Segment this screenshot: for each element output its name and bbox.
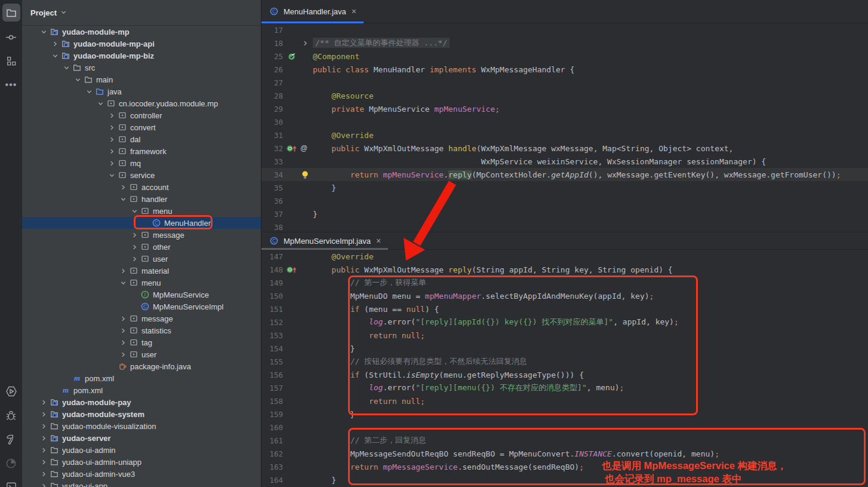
tree-item-yudao-server[interactable]: yudao-server xyxy=(22,432,261,444)
tree-item-yudao-module-visualization[interactable]: yudao-module-visualization xyxy=(22,420,261,432)
chevron-right-icon[interactable] xyxy=(106,158,117,168)
code-line-35[interactable]: 35 } xyxy=(261,181,868,194)
tree-item-convert[interactable]: convert xyxy=(22,121,261,133)
tree-item-service[interactable]: service xyxy=(22,169,261,181)
activity-button-commit[interactable] xyxy=(0,28,22,46)
tree-item-yudao-ui-admin-vue3[interactable]: yudao-ui-admin-vue3 xyxy=(22,468,261,480)
tree-item-yudao-module-system[interactable]: yudao-module-system xyxy=(22,408,261,420)
tree-item-pom-xml[interactable]: mpom.xml xyxy=(22,384,261,396)
chevron-right-icon[interactable] xyxy=(38,409,49,419)
code-line-25[interactable]: 25@Component xyxy=(261,50,868,63)
code-line-32[interactable]: 32O@ public WxMpXmlOutMessage handle(WxM… xyxy=(261,142,868,155)
tree-item-dal[interactable]: dal xyxy=(22,133,261,145)
tree-item-account[interactable]: account xyxy=(22,181,261,193)
code-line-148[interactable]: 148O public WxMpXmlOutMessage reply(Stri… xyxy=(261,263,868,276)
tree-item-mq[interactable]: mq xyxy=(22,157,261,169)
code-line-27[interactable]: 27 xyxy=(261,76,868,89)
code-line-162[interactable]: 162 MpMessageSendOutReqBO sendReqBO = Mp… xyxy=(261,447,868,460)
tree-item-menuhandler[interactable]: CMenuHandler xyxy=(22,217,261,229)
tree-item-yudao-module-pay[interactable]: yudao-module-pay xyxy=(22,396,261,408)
chevron-down-icon[interactable] xyxy=(129,206,140,216)
activity-button-structure[interactable] xyxy=(0,52,22,70)
tree-item-controller[interactable]: controller xyxy=(22,109,261,121)
chevron-down-icon[interactable] xyxy=(106,170,117,180)
tree-item-handler[interactable]: handler xyxy=(22,193,261,205)
chevron-right-icon[interactable] xyxy=(38,469,49,479)
chevron-right-icon[interactable] xyxy=(38,421,49,431)
tree-item-cn-iocoder-yudao-module-mp[interactable]: cn.iocoder.yudao.module.mp xyxy=(22,97,261,109)
code-line-37[interactable]: 37} xyxy=(261,207,868,220)
chevron-down-icon[interactable] xyxy=(38,27,49,36)
activity-button-profiler[interactable] xyxy=(0,454,22,472)
code-line-153[interactable]: 153 return null; xyxy=(261,329,868,342)
code-line-33[interactable]: 33 WxMpService weixinService, WxSessionM… xyxy=(261,155,868,168)
tree-item-user[interactable]: user xyxy=(22,253,261,265)
activity-button-project-folder[interactable] xyxy=(0,4,22,22)
code-line-150[interactable]: 150 MpMenuDO menu = mpMenuMapper.selectB… xyxy=(261,289,868,302)
code-line-161[interactable]: 161 // 第二步，回复消息 xyxy=(261,434,868,447)
chevron-right-icon[interactable] xyxy=(118,266,128,275)
activity-button-more-dots[interactable]: ••• xyxy=(0,76,22,94)
tree-item-yudao-module-mp[interactable]: yudao-module-mp xyxy=(22,26,261,38)
code-line-149[interactable]: 149 // 第一步，获得菜单 xyxy=(261,276,868,289)
chevron-down-icon[interactable] xyxy=(118,194,128,204)
chevron-down-icon[interactable] xyxy=(60,7,67,18)
chevron-right-icon[interactable] xyxy=(129,242,140,252)
chevron-right-icon[interactable] xyxy=(106,134,117,144)
close-tab-icon[interactable]: × xyxy=(350,6,358,17)
activity-button-build[interactable] xyxy=(0,430,22,448)
code-line-38[interactable]: 38 xyxy=(261,220,868,232)
code-line-155[interactable]: 155 // 按钮必须要有消息类型，不然后续无法回复消息 xyxy=(261,355,868,368)
chevron-right-icon[interactable] xyxy=(106,122,117,132)
close-tab-icon[interactable]: × xyxy=(375,235,382,246)
tree-item-menu[interactable]: menu xyxy=(22,277,261,289)
chevron-down-icon[interactable] xyxy=(84,87,94,96)
chevron-right-icon[interactable] xyxy=(38,433,49,443)
code-line-28[interactable]: 28 @Resource xyxy=(261,89,868,102)
code-line-26[interactable]: 26public class MenuHandler implements Wx… xyxy=(261,63,868,76)
chevron-down-icon[interactable] xyxy=(50,51,60,60)
code-line-159[interactable]: 159 } xyxy=(261,408,868,421)
chevron-right-icon[interactable] xyxy=(118,314,128,323)
bulb-icon[interactable] xyxy=(300,170,310,179)
activity-button-run[interactable] xyxy=(0,382,22,400)
fold-icon[interactable] xyxy=(300,38,310,48)
chevron-down-icon[interactable] xyxy=(61,63,72,72)
code-line-30[interactable]: 30 xyxy=(261,115,868,128)
tab-menuhandler[interactable]: C MenuHandler.java × xyxy=(261,0,364,23)
code-line-157[interactable]: 157 log.error("[reply][menu({}) 不存在对应的消息… xyxy=(261,381,868,394)
tree-item-yudao-ui-admin-uniapp[interactable]: yudao-ui-admin-uniapp xyxy=(22,456,261,468)
code-line-154[interactable]: 154 } xyxy=(261,342,868,355)
tree-item-statistics[interactable]: statistics xyxy=(22,324,261,336)
tree-item-yudao-module-mp-api[interactable]: yudao-module-mp-api xyxy=(22,38,261,50)
tree-item-pom-xml[interactable]: mpom.xml xyxy=(22,372,261,384)
chevron-right-icon[interactable] xyxy=(118,350,128,359)
chevron-right-icon[interactable] xyxy=(50,39,60,48)
code-line-163[interactable]: 163 return mpMessageService.sendOutMessa… xyxy=(261,460,868,473)
chevron-right-icon[interactable] xyxy=(118,326,128,335)
activity-button-terminal[interactable] xyxy=(0,478,22,487)
chevron-right-icon[interactable] xyxy=(129,254,140,264)
chevron-right-icon[interactable] xyxy=(118,338,128,347)
activity-button-debug[interactable] xyxy=(0,406,22,424)
code-line-158[interactable]: 158 return null; xyxy=(261,394,868,408)
chevron-right-icon[interactable] xyxy=(106,111,117,120)
chevron-down-icon[interactable] xyxy=(72,75,83,84)
chevron-right-icon[interactable] xyxy=(38,397,49,407)
chevron-right-icon[interactable] xyxy=(106,146,117,156)
chevron-right-icon[interactable] xyxy=(118,182,128,192)
tree-item-src[interactable]: src xyxy=(22,62,261,73)
code-line-34[interactable]: 34 return mpMenuService.reply(MpContextH… xyxy=(261,168,868,181)
code-line-29[interactable]: 29 private MpMenuService mpMenuService; xyxy=(261,102,868,115)
tree-item-yudao-module-mp-biz[interactable]: yudao-module-mp-biz xyxy=(22,50,261,62)
chevron-right-icon[interactable] xyxy=(38,457,49,467)
code-line-151[interactable]: 151 if (menu == null) { xyxy=(261,302,868,316)
code-line-36[interactable]: 36 xyxy=(261,194,868,207)
code-line-156[interactable]: 156 if (StrUtil.isEmpty(menu.getReplyMes… xyxy=(261,368,868,381)
chevron-right-icon[interactable] xyxy=(129,230,140,240)
code-line-152[interactable]: 152 log.error("[reply][appId({}) key({})… xyxy=(261,316,868,329)
tree-item-message[interactable]: message xyxy=(22,313,261,324)
chevron-down-icon[interactable] xyxy=(95,99,106,108)
tree-item-material[interactable]: material xyxy=(22,265,261,277)
project-panel-header[interactable]: Project xyxy=(22,0,261,26)
